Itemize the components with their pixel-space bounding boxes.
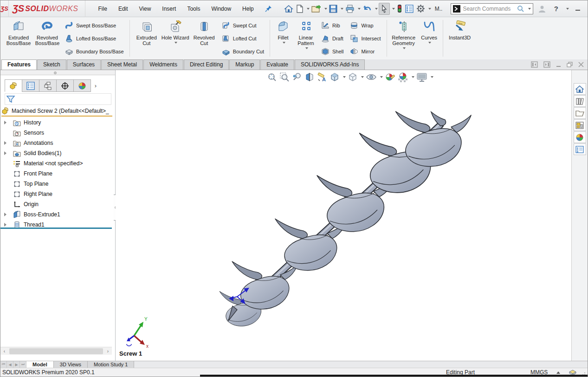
undo-dropdown-icon[interactable] xyxy=(375,8,378,10)
revolved-cut-button[interactable]: Revolved Cut xyxy=(190,18,219,58)
revolved-boss-base-button[interactable]: Revolved Boss/Base xyxy=(33,18,62,58)
open-dropdown-icon[interactable] xyxy=(324,8,327,10)
tree-item-material[interactable]: Material <not specified> xyxy=(1,158,112,169)
tree-item-front-plane[interactable]: Front Plane xyxy=(1,169,112,179)
collapse-right-pane-icon[interactable] xyxy=(543,61,550,68)
overflow-label[interactable]: M.. xyxy=(435,6,443,12)
undo-icon[interactable] xyxy=(362,3,373,14)
scroll-right-icon[interactable]: › xyxy=(104,347,112,355)
tab-model[interactable]: Model xyxy=(26,361,54,368)
panel-splitter[interactable] xyxy=(0,70,115,75)
tab-evaluate[interactable]: Evaluate xyxy=(260,59,294,70)
print-dropdown-icon[interactable] xyxy=(358,8,361,10)
new-document-icon[interactable] xyxy=(295,3,304,14)
tab-scroll-next-icon[interactable]: ▶ xyxy=(13,361,20,368)
filter-funnel-icon[interactable] xyxy=(6,95,15,104)
tab-scroll-first-icon[interactable]: ⏮ xyxy=(0,361,7,368)
curves-button[interactable]: Curves xyxy=(418,18,440,58)
tree-item-right-plane[interactable]: Right Plane xyxy=(1,189,112,199)
doc-close-icon[interactable] xyxy=(578,62,584,67)
tab-solidworks-add-ins[interactable]: SOLIDWORKS Add-Ins xyxy=(295,59,365,70)
tab-sketch[interactable]: Sketch xyxy=(37,59,66,70)
boundary-boss-base-button[interactable]: Boundary Boss/Base xyxy=(64,46,125,57)
rollback-bar[interactable] xyxy=(0,228,112,229)
units-caret-icon[interactable] xyxy=(556,371,560,374)
extruded-cut-button[interactable]: Extruded Cut xyxy=(132,18,161,58)
settings-gear-icon[interactable] xyxy=(415,3,426,14)
save-icon[interactable] xyxy=(328,3,338,14)
hole-wizard-dropdown-icon[interactable] xyxy=(174,42,177,44)
tree-item-origin[interactable]: Origin xyxy=(1,199,112,209)
help-question-icon[interactable]: ? xyxy=(550,4,562,14)
new-dropdown-icon[interactable] xyxy=(307,8,310,10)
property-manager-tab[interactable] xyxy=(22,79,39,92)
tab-surfaces[interactable]: Surfaces xyxy=(67,59,101,70)
tree-item-sensors[interactable]: Sensors xyxy=(1,128,112,138)
search-input[interactable] xyxy=(463,6,515,12)
help-dropdown-icon[interactable] xyxy=(566,8,569,10)
intersect-button[interactable]: Intersect xyxy=(349,33,382,44)
screw-3d-model[interactable]: Y x xyxy=(116,70,571,361)
configuration-manager-tab[interactable] xyxy=(39,79,57,92)
boundary-cut-button[interactable]: Boundary Cut xyxy=(220,46,265,57)
file-explorer-icon[interactable] xyxy=(574,107,586,119)
tab-motion-study-1[interactable]: Motion Study 1 xyxy=(88,361,134,368)
print-icon[interactable] xyxy=(344,3,355,14)
pin-menu-icon[interactable] xyxy=(265,5,272,12)
reference-geometry-dropdown-icon[interactable] xyxy=(403,47,406,49)
dimxpert-tab[interactable] xyxy=(56,79,74,92)
graphics-viewport[interactable]: A xyxy=(116,70,571,361)
settings-dropdown-icon[interactable] xyxy=(428,8,431,10)
rebuild-traffic-light-icon[interactable] xyxy=(396,3,403,14)
menu-view[interactable]: View xyxy=(135,4,156,14)
tree-filter-input[interactable] xyxy=(15,96,111,103)
save-dropdown-icon[interactable] xyxy=(341,8,343,10)
expand-arrow-icon[interactable] xyxy=(1,213,9,216)
tree-root-item[interactable]: Machined Screw 2 (Default<<Default>_ xyxy=(1,106,112,117)
fillet-dropdown-icon[interactable] xyxy=(283,42,285,44)
tab-direct-editing[interactable]: Direct Editing xyxy=(184,59,229,70)
tab-markup[interactable]: Markup xyxy=(229,59,260,70)
home-icon[interactable] xyxy=(574,83,586,95)
menu-file[interactable]: File xyxy=(94,4,112,14)
lofted-cut-button[interactable]: Lofted Cut xyxy=(220,33,265,44)
menu-tools[interactable]: Tools xyxy=(182,4,205,14)
select-dropdown-icon[interactable] xyxy=(392,8,395,10)
expand-arrow-icon[interactable] xyxy=(1,121,9,124)
rib-button[interactable]: Rib xyxy=(320,20,345,31)
lofted-boss-base-button[interactable]: Lofted Boss/Base xyxy=(64,33,125,44)
linear-pattern-dropdown-icon[interactable] xyxy=(305,47,308,49)
doc-restore-icon[interactable] xyxy=(567,62,573,67)
scroll-left-icon[interactable]: ‹ xyxy=(0,347,8,355)
swept-cut-button[interactable]: Swept Cut xyxy=(220,20,265,31)
extruded-boss-base-button[interactable]: Extruded Boss/Base xyxy=(4,18,33,58)
tab-features[interactable]: Features xyxy=(1,59,37,70)
select-cursor-icon[interactable] xyxy=(379,3,390,15)
expand-arrow-icon[interactable] xyxy=(1,141,9,145)
magnifier-icon[interactable] xyxy=(517,5,524,13)
tab-scroll-prev-icon[interactable]: ◀ xyxy=(7,361,13,368)
fillet-button[interactable]: Fillet xyxy=(272,18,294,58)
reference-geometry-button[interactable]: Reference Geometry xyxy=(389,18,418,58)
menu-help[interactable]: Help xyxy=(238,4,258,14)
part-tree-tab[interactable] xyxy=(5,79,22,92)
curves-dropdown-icon[interactable] xyxy=(428,42,431,44)
view-palette-icon[interactable] xyxy=(574,119,586,131)
doc-minimize-icon[interactable] xyxy=(556,62,561,67)
tab-weldments[interactable]: Weldments xyxy=(143,59,183,70)
scrollbar-thumb[interactable] xyxy=(9,348,103,354)
draft-button[interactable]: Draft xyxy=(320,33,345,44)
menu-insert[interactable]: Insert xyxy=(157,4,181,14)
expand-arrow-icon[interactable] xyxy=(1,223,9,227)
linear-pattern-button[interactable]: Linear Pattern xyxy=(294,18,318,58)
open-icon[interactable] xyxy=(310,3,322,14)
shell-button[interactable]: Shell xyxy=(320,46,345,57)
hole-wizard-button[interactable]: Hole Wizard xyxy=(161,18,190,58)
tree-item-top-plane[interactable]: Top Plane xyxy=(1,179,112,189)
custom-properties-icon[interactable] xyxy=(574,143,586,155)
mirror-button[interactable]: Mirror xyxy=(349,46,382,57)
collapse-left-pane-icon[interactable] xyxy=(531,61,538,68)
tab-scroll-last-icon[interactable]: ⏭ xyxy=(20,361,26,368)
appearances-icon[interactable] xyxy=(574,131,586,143)
display-manager-tab[interactable] xyxy=(73,79,91,92)
